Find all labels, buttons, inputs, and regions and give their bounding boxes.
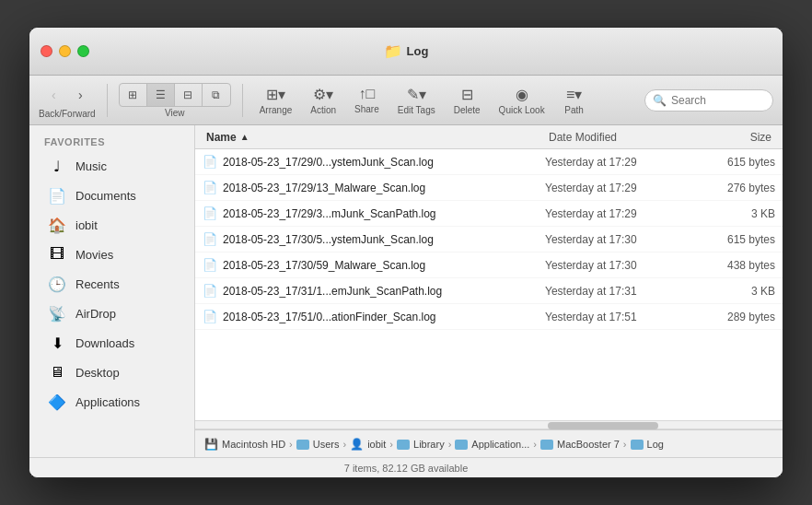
file-size: 615 bytes (692, 233, 775, 246)
file-size: 3 KB (692, 285, 775, 298)
file-row[interactable]: 📄 2018-05-23_17/30/59_Malware_Scan.log Y… (195, 252, 783, 278)
view-icon-button[interactable]: ⊞ (120, 84, 147, 106)
action-button[interactable]: ⚙▾ Action (305, 82, 342, 119)
window-title: 📁 Log (384, 42, 429, 60)
quick-look-icon: ◉ (516, 86, 528, 103)
view-cover-button[interactable]: ⧉ (203, 84, 230, 106)
sidebar-item-desktop[interactable]: 🖥 Desktop (33, 358, 191, 386)
title-text: Log (407, 44, 429, 58)
file-row[interactable]: 📄 2018-05-23_17/29/13_Malware_Scan.log Y… (195, 175, 783, 201)
file-row[interactable]: 📄 2018-05-23_17/29/0...ystemJunk_Scan.lo… (195, 149, 783, 175)
applications-icon: 🔷 (48, 393, 66, 411)
file-modified: Yesterday at 17:29 (545, 182, 692, 194)
breadcrumb-label: Users (313, 439, 340, 450)
maximize-button[interactable] (77, 45, 89, 57)
sidebar-item-movies-label: Movies (75, 248, 113, 262)
header-modified-label: Date Modified (549, 131, 617, 144)
documents-icon: 📄 (48, 186, 66, 205)
titlebar: 📁 Log (29, 28, 783, 76)
file-area: Name ▲ Date Modified Size 📄 2018-05-23_1… (195, 125, 783, 457)
action-icon: ⚙▾ (313, 86, 333, 103)
file-icon: 📄 (203, 232, 217, 246)
folder-icon: 📁 (384, 42, 402, 60)
toolbar-separator-1 (107, 84, 108, 117)
breadcrumb-separator: › (342, 439, 346, 450)
view-column-button[interactable]: ⊟ (175, 84, 203, 106)
breadcrumb-label: Application... (471, 439, 529, 450)
sidebar-item-applications-label: Applications (75, 395, 140, 409)
folder-icon (455, 440, 468, 450)
search-box[interactable]: 🔍 (644, 89, 773, 112)
status-text: 7 items, 82.12 GB available (344, 463, 469, 474)
delete-icon: ⊟ (461, 86, 473, 103)
view-group: ⊞ ☰ ⊟ ⧉ View (119, 83, 231, 118)
status-bar: 7 items, 82.12 GB available (29, 457, 783, 477)
sidebar-item-recents[interactable]: 🕒 Recents (33, 270, 191, 298)
sidebar-item-music[interactable]: ♩ Music (33, 152, 191, 180)
sidebar-item-downloads[interactable]: ⬇ Downloads (33, 329, 191, 357)
file-row[interactable]: 📄 2018-05-23_17/51/0...ationFinder_Scan.… (195, 304, 783, 330)
search-icon: 🔍 (653, 94, 667, 107)
breadcrumb-item[interactable]: Application... (455, 439, 529, 450)
breadcrumb-item[interactable]: MacBooster 7 (540, 439, 620, 450)
scrollbar[interactable] (195, 420, 783, 429)
sidebar-item-documents[interactable]: 📄 Documents (33, 182, 191, 209)
file-size: 289 bytes (692, 311, 775, 323)
breadcrumb-item[interactable]: Library (397, 439, 445, 450)
file-name: 2018-05-23_17/30/59_Malware_Scan.log (223, 259, 425, 272)
file-size: 3 KB (692, 207, 775, 220)
view-label: View (165, 108, 185, 118)
sidebar-item-airdrop[interactable]: 📡 AirDrop (33, 299, 191, 327)
breadcrumb-item[interactable]: 💾Macintosh HD (204, 438, 285, 451)
header-name[interactable]: Name ▲ (203, 125, 545, 148)
file-modified: Yesterday at 17:51 (545, 311, 692, 323)
search-input[interactable] (671, 94, 765, 107)
desktop-icon: 🖥 (48, 363, 66, 382)
scrollbar-thumb[interactable] (548, 422, 658, 429)
share-button[interactable]: ↑□ Share (349, 82, 385, 118)
file-modified: Yesterday at 17:30 (545, 259, 692, 272)
edit-tags-button[interactable]: ✎▾ Edit Tags (392, 82, 441, 119)
folder-icon (397, 440, 410, 450)
file-row[interactable]: 📄 2018-05-23_17/29/3...mJunk_ScanPath.lo… (195, 201, 783, 227)
file-modified: Yesterday at 17:30 (545, 233, 692, 246)
breadcrumb-item[interactable]: Users (296, 439, 340, 450)
minimize-button[interactable] (59, 45, 71, 57)
path-icon: ≡▾ (566, 86, 582, 103)
sidebar-item-movies[interactable]: 🎞 Movies (33, 241, 191, 268)
file-icon: 📄 (203, 181, 217, 194)
delete-button[interactable]: ⊟ Delete (448, 82, 486, 119)
sidebar-item-iobit[interactable]: 🏠 iobit (33, 211, 191, 239)
breadcrumb-separator: › (623, 439, 627, 450)
header-name-label: Name (206, 131, 237, 144)
quick-look-button[interactable]: ◉ Quick Look (493, 82, 551, 119)
close-button[interactable] (41, 45, 52, 57)
action-label: Action (310, 105, 336, 115)
sort-arrow: ▲ (240, 132, 249, 142)
arrange-button[interactable]: ⊞▾ Arrange (254, 82, 298, 119)
view-list-button[interactable]: ☰ (147, 84, 175, 106)
hd-icon: 💾 (204, 438, 218, 451)
header-size[interactable]: Size (692, 125, 775, 148)
forward-button[interactable]: › (67, 82, 93, 108)
file-row[interactable]: 📄 2018-05-23_17/30/5...ystemJunk_Scan.lo… (195, 227, 783, 252)
file-modified: Yesterday at 17:31 (545, 285, 692, 298)
breadcrumb-separator: › (289, 439, 293, 450)
breadcrumb-separator: › (533, 439, 537, 450)
breadcrumb-item[interactable]: 👤iobit (350, 438, 386, 451)
breadcrumb-label: Log (647, 439, 664, 450)
nav-label: Back/Forward (39, 109, 96, 119)
header-modified[interactable]: Date Modified (545, 125, 692, 148)
file-size: 276 bytes (692, 182, 775, 194)
file-row[interactable]: 📄 2018-05-23_17/31/1...emJunk_ScanPath.l… (195, 278, 783, 304)
share-label: Share (354, 104, 379, 114)
arrange-icon: ⊞▾ (266, 86, 285, 103)
back-button[interactable]: ‹ (41, 82, 66, 108)
sidebar-item-applications[interactable]: 🔷 Applications (33, 388, 191, 416)
file-icon: 📄 (203, 155, 217, 169)
file-icon: 📄 (203, 310, 217, 323)
sidebar: Favorites ♩ Music 📄 Documents 🏠 iobit 🎞 … (29, 125, 195, 457)
music-icon: ♩ (48, 157, 66, 175)
path-button[interactable]: ≡▾ Path (558, 82, 591, 119)
breadcrumb-item[interactable]: Log (631, 439, 664, 450)
